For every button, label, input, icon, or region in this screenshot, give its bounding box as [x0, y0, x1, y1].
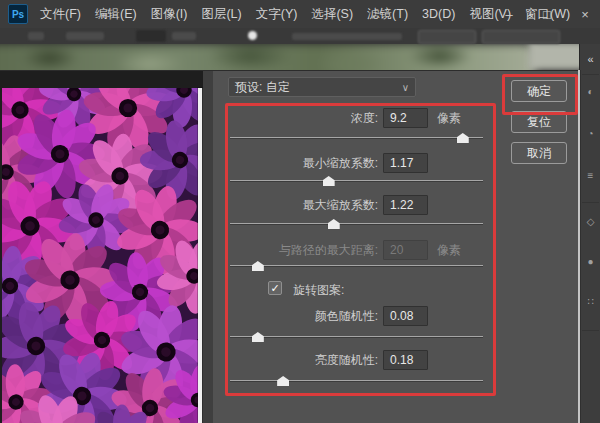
- menu-file[interactable]: 文件(F): [40, 6, 81, 23]
- menu-type[interactable]: 文字(Y): [256, 6, 298, 23]
- panel-icon[interactable]: ◔: [580, 128, 600, 139]
- min-scale-input[interactable]: 1.17: [383, 153, 428, 173]
- menu-bar: Ps 文件(F) 编辑(E) 图像(I) 图层(L) 文字(Y) 选择(S) 滤…: [0, 0, 600, 28]
- select-and-mask-button-blur: [482, 30, 560, 44]
- slider-thumb[interactable]: [323, 176, 335, 186]
- tool-icon: [28, 32, 44, 40]
- minimize-icon[interactable]: –: [502, 7, 516, 22]
- select-subject-button-blur: [418, 30, 476, 44]
- menu-edit[interactable]: 编辑(E): [95, 6, 137, 23]
- max-path-distance-label: 与路径的最大距离:: [234, 242, 378, 259]
- color-randomness-label: 颜色随机性:: [234, 308, 378, 325]
- max-path-distance-slider: [230, 260, 483, 272]
- cancel-button[interactable]: 取消: [511, 142, 567, 164]
- tool-options-blob: [172, 32, 196, 40]
- preview-header-strip: [0, 71, 203, 88]
- slider-thumb[interactable]: [328, 219, 340, 229]
- menu-image[interactable]: 图像(I): [151, 6, 188, 23]
- rotate-pattern-checkbox[interactable]: ✓: [268, 281, 282, 295]
- pattern-settings-dialog: 预设: 自定 ∨ 确定 复位 取消 浓度: 9.2 像素 最小缩放系数: 1.1…: [0, 70, 578, 423]
- preview-panel: [0, 71, 213, 423]
- menu-filter[interactable]: 滤镜(T): [367, 6, 408, 23]
- preset-dropdown-label: 预设: 自定: [235, 79, 290, 96]
- menu-layer[interactable]: 图层(L): [201, 6, 241, 23]
- rotate-pattern-label: 旋转图案:: [293, 282, 344, 299]
- window-controls: – □ ×: [502, 0, 592, 28]
- max-path-distance-unit: 像素: [437, 242, 461, 259]
- color-randomness-slider[interactable]: [230, 331, 483, 343]
- density-label: 浓度:: [234, 110, 378, 127]
- chevron-down-icon: ∨: [402, 82, 409, 93]
- panel-icon[interactable]: ◇: [580, 216, 600, 227]
- collapse-panels-icon[interactable]: «: [580, 53, 600, 65]
- tool-options-blob: [66, 32, 104, 40]
- photoshop-logo-icon: Ps: [8, 4, 28, 24]
- brightness-randomness-label: 亮度随机性:: [234, 352, 378, 369]
- panel-icon[interactable]: ≡: [580, 170, 600, 181]
- brightness-randomness-slider[interactable]: [230, 375, 483, 387]
- max-scale-label: 最大缩放系数:: [234, 197, 378, 214]
- menu-3d[interactable]: 3D(D): [422, 7, 455, 21]
- density-unit: 像素: [437, 110, 461, 127]
- density-slider[interactable]: [230, 132, 483, 144]
- slider-thumb[interactable]: [252, 332, 264, 342]
- min-scale-label: 最小缩放系数:: [234, 155, 378, 172]
- blurred-background-photo: [0, 42, 600, 70]
- slider-thumb[interactable]: [457, 133, 469, 143]
- options-bar: [0, 28, 600, 44]
- check-icon: ✓: [270, 282, 279, 294]
- color-randomness-input[interactable]: 0.08: [383, 306, 428, 326]
- preview-image: [2, 88, 198, 423]
- min-scale-slider[interactable]: [230, 175, 483, 187]
- options-text-blob: [292, 33, 402, 40]
- max-path-distance-input: 20: [383, 240, 428, 260]
- brush-preview-icon: [248, 31, 257, 40]
- max-scale-slider[interactable]: [230, 218, 483, 230]
- panel-dock: « ◐ ◔ ≡ ◇ ● ∷: [579, 44, 600, 423]
- panel-icon[interactable]: ●: [580, 256, 600, 267]
- panel-icon[interactable]: ∷: [580, 296, 600, 307]
- max-scale-input[interactable]: 1.22: [383, 195, 428, 215]
- slider-thumb: [252, 261, 264, 271]
- panel-icon[interactable]: ◐: [580, 86, 600, 97]
- maximize-icon[interactable]: □: [540, 7, 554, 22]
- pressed-tool-icon: [136, 30, 166, 42]
- menu-select[interactable]: 选择(S): [311, 6, 353, 23]
- preview-scrollbar[interactable]: [198, 88, 202, 423]
- reset-button[interactable]: 复位: [511, 111, 567, 133]
- density-input[interactable]: 9.2: [383, 108, 428, 128]
- preset-dropdown[interactable]: 预设: 自定 ∨: [228, 77, 416, 97]
- brightness-randomness-input[interactable]: 0.18: [383, 350, 428, 370]
- close-icon[interactable]: ×: [578, 7, 592, 22]
- ok-button[interactable]: 确定: [511, 80, 567, 102]
- slider-thumb[interactable]: [277, 376, 289, 386]
- preview-left-edge: [0, 88, 2, 423]
